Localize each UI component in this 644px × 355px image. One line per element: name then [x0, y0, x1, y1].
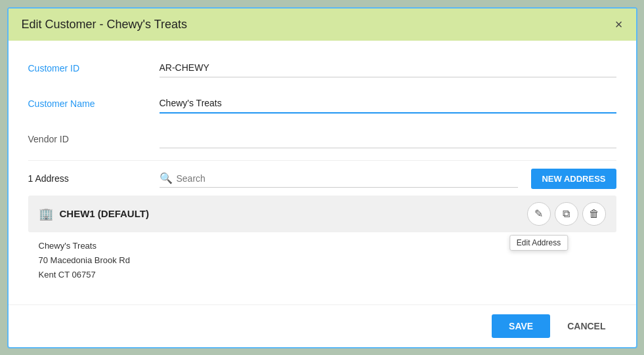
customer-name-row: Customer Name: [28, 89, 616, 118]
edit-customer-dialog: Edit Customer - Chewy's Treats × Custome…: [7, 7, 637, 348]
address-count: 1 Address: [28, 173, 160, 184]
close-button[interactable]: ×: [615, 18, 623, 31]
customer-id-row: Customer ID: [28, 54, 616, 83]
vendor-id-label: Vendor ID: [28, 134, 160, 144]
address-item: 🏢 CHEW1 (DEFAULT) ✎ Edit Address ⧉ 🗑: [28, 196, 616, 232]
edit-tooltip: Edit Address: [509, 235, 568, 251]
dialog-header: Edit Customer - Chewy's Treats ×: [9, 9, 636, 41]
address-item-name: CHEW1 (DEFAULT): [60, 208, 149, 219]
search-input[interactable]: [177, 173, 519, 184]
customer-id-input[interactable]: [160, 58, 616, 77]
address-line-3: Kent CT 06757: [39, 268, 606, 282]
address-header: 1 Address 🔍 NEW ADDRESS: [28, 169, 616, 189]
cancel-button[interactable]: CANCEL: [557, 314, 616, 338]
address-line-2: 70 Macedonia Brook Rd: [39, 253, 606, 268]
new-address-button[interactable]: NEW ADDRESS: [531, 169, 616, 189]
dialog-body: Customer ID Customer Name Vendor ID 1 Ad…: [9, 41, 636, 304]
search-icon: 🔍: [160, 172, 173, 184]
customer-id-label: Customer ID: [28, 63, 160, 73]
delete-address-button[interactable]: 🗑: [582, 202, 606, 226]
save-button[interactable]: SAVE: [492, 314, 550, 338]
dialog-title: Edit Customer - Chewy's Treats: [22, 18, 188, 31]
address-list: 🏢 CHEW1 (DEFAULT) ✎ Edit Address ⧉ 🗑 Che…: [28, 196, 616, 282]
address-section: 1 Address 🔍 NEW ADDRESS 🏢 CHEW1 (DEFAULT…: [28, 160, 616, 282]
dialog-footer: SAVE CANCEL: [9, 304, 636, 347]
edit-address-button[interactable]: ✎: [527, 202, 551, 226]
vendor-id-row: Vendor ID: [28, 125, 616, 154]
address-item-left: 🏢 CHEW1 (DEFAULT): [39, 207, 149, 221]
edit-btn-wrapper: ✎ Edit Address: [527, 202, 551, 226]
building-icon: 🏢: [39, 207, 53, 221]
search-wrapper: 🔍: [160, 169, 519, 188]
customer-name-label: Customer Name: [28, 98, 160, 109]
customer-name-input[interactable]: [160, 94, 616, 114]
copy-address-button[interactable]: ⧉: [555, 202, 578, 226]
vendor-id-input[interactable]: [160, 129, 616, 148]
address-actions: ✎ Edit Address ⧉ 🗑: [527, 202, 606, 226]
